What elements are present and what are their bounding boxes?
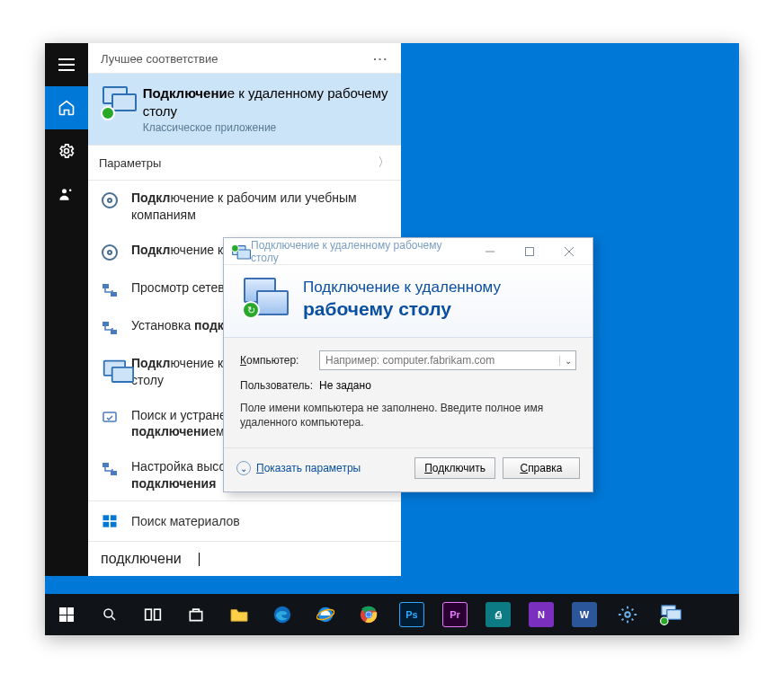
chrome-icon [359,605,379,624]
user-row: Пользователь: Не задано [240,379,576,392]
rdp-dialog: Подключение к удаленному рабочему столу … [223,237,593,492]
more-icon[interactable]: ··· [373,52,388,66]
gear-icon [618,605,637,624]
svg-rect-5 [102,322,109,326]
close-button[interactable] [549,239,589,264]
best-match-item[interactable]: Подключение к удаленному рабочему столу … [88,74,401,145]
windows-store-icon [101,512,119,530]
store-icon [187,606,205,624]
rdp-title-text: Подключение к удаленному рабочему столу [251,239,470,264]
rdp-icon [660,604,682,625]
rail-people[interactable] [45,173,88,216]
chevron-right-icon: 〉 [378,155,390,171]
task-view[interactable] [131,594,174,635]
taskbar-store[interactable] [174,594,218,635]
network-icon [101,460,119,478]
gear-icon [58,142,76,160]
svg-rect-11 [111,515,117,520]
maximize-button[interactable] [510,239,549,264]
connect-button[interactable]: Подключить [414,457,495,479]
chevron-down-icon[interactable]: ⌄ [559,356,575,366]
rdp-hero: ↻ Подключение к удаленному рабочему стол… [224,265,592,338]
gear-icon [102,244,118,261]
hamburger-icon [58,58,75,71]
svg-rect-8 [102,463,109,467]
minimize-button[interactable] [470,239,510,264]
taskview-icon [144,607,162,623]
onenote-icon: N [529,602,554,627]
maximize-icon [525,247,534,256]
network-icon [101,281,119,299]
taskbar-edge[interactable] [261,594,304,635]
svg-rect-15 [146,609,152,620]
user-label: Пользователь: [240,379,310,392]
folder-icon [229,607,249,623]
taskbar-onenote[interactable]: N [520,594,563,635]
premiere-icon: Pr [442,602,468,627]
svg-point-0 [65,149,69,154]
minimize-icon [486,247,494,256]
taskbar-photoshop[interactable]: Ps [390,594,433,635]
gear-icon [102,192,118,208]
rdp-icon [102,359,118,373]
best-match-header: Лучшее соответствие ··· [88,43,401,74]
rdp-titlebar[interactable]: Подключение к удаленному рабочему столу [224,238,592,265]
user-value: Не задано [319,379,371,392]
svg-rect-12 [103,522,110,527]
search-input[interactable] [101,551,195,567]
svg-rect-13 [111,522,117,527]
taskbar-settings[interactable] [606,594,649,635]
start-button[interactable] [45,594,88,635]
search-icon [102,607,118,623]
edge-icon [272,605,292,624]
chevron-down-icon: ⌄ [236,461,251,475]
search-row [88,541,401,576]
best-match-title: Подключение к удаленному рабочему столу [143,84,388,120]
hint-text: Поле имени компьютера не заполнено. Введ… [240,401,576,429]
svg-point-14 [104,609,112,617]
home-icon [58,99,76,117]
params-header[interactable]: Параметры 〉 [88,145,401,181]
svg-rect-10 [103,515,110,520]
rdp-body: Компьютер: ⌄ Пользователь: Не задано Пол… [224,338,592,447]
svg-point-24 [625,612,630,617]
taskbar-premiere[interactable]: Pr [433,594,477,635]
result-item[interactable]: Подключение к рабочим или учебным компан… [88,181,401,233]
computer-combo[interactable]: ⌄ [319,350,576,370]
network-icon [101,319,119,337]
photoshop-icon: Ps [399,602,424,627]
taskbar-explorer[interactable] [218,594,261,635]
store-search-row[interactable]: Поиск материалов [88,500,401,541]
taskbar-rdp[interactable] [649,594,692,635]
svg-rect-16 [155,609,161,620]
taskbar-search[interactable] [88,594,131,635]
svg-point-2 [69,190,72,192]
computer-input[interactable] [320,354,559,367]
taskbar-ie[interactable] [304,594,347,635]
rdp-hero-icon: ↻ [240,278,290,321]
taskbar: Ps Pr ⎙ N W [45,594,739,635]
computer-row: Компьютер: ⌄ [240,350,576,370]
rdp-icon [101,84,132,120]
taskbar-word[interactable]: W [563,594,606,635]
troubleshoot-icon [101,409,119,427]
start-rail [45,43,88,576]
help-button[interactable]: Справка [503,457,580,479]
rdp-footer: ⌄ Показать параметры Подключить Справка [224,447,592,491]
svg-rect-3 [102,284,109,288]
computer-label: Компьютер: [240,354,310,367]
close-icon [565,247,574,256]
people-icon [58,185,76,203]
rail-settings[interactable] [45,129,88,173]
taskbar-app-teal[interactable]: ⎙ [477,594,520,635]
params-label: Параметры [99,156,161,170]
ie-icon [316,605,335,624]
app-icon: ⎙ [486,602,511,627]
taskbar-chrome[interactable] [347,594,390,635]
rail-home[interactable] [45,86,88,129]
hamburger-button[interactable] [45,43,88,86]
show-params-link[interactable]: ⌄ Показать параметры [236,461,361,475]
windows-icon [59,607,74,622]
svg-point-23 [366,612,371,617]
store-search-label: Поиск материалов [131,514,240,528]
